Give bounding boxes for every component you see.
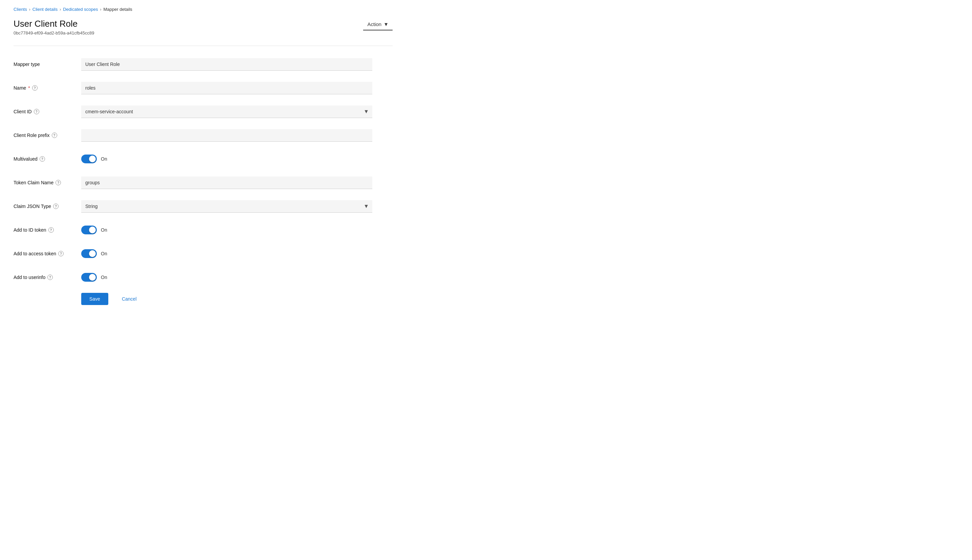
add-to-id-token-field-col: On <box>81 225 372 234</box>
multivalued-slider <box>81 155 97 163</box>
name-help-icon[interactable]: ? <box>32 85 38 91</box>
multivalued-toggle-container: On <box>81 155 372 163</box>
mapper-type-row: Mapper type <box>13 56 372 72</box>
add-to-userinfo-label: Add to userinfo <box>13 275 45 280</box>
token-claim-name-row: Token Claim Name ? <box>13 175 372 191</box>
add-to-access-token-slider <box>81 249 97 258</box>
breadcrumb-clients[interactable]: Clients <box>13 7 27 12</box>
add-to-userinfo-toggle[interactable] <box>81 273 97 282</box>
breadcrumb: Clients › Client details › Dedicated sco… <box>13 7 392 12</box>
add-to-id-token-toggle[interactable] <box>81 225 97 234</box>
name-field-col <box>81 82 372 94</box>
add-to-userinfo-help-icon[interactable]: ? <box>47 275 53 280</box>
add-to-access-token-field-col: On <box>81 249 372 258</box>
multivalued-label: Multivalued <box>13 156 38 162</box>
breadcrumb-sep-1: › <box>29 7 30 12</box>
add-to-id-token-help-icon[interactable]: ? <box>48 227 54 233</box>
client-id-row: Client ID ? cmem-service-account ▼ <box>13 103 372 120</box>
client-id-label-col: Client ID ? <box>13 109 81 114</box>
client-id-field-col: cmem-service-account ▼ <box>81 105 372 118</box>
claim-json-type-label: Claim JSON Type <box>13 203 51 209</box>
client-id-select[interactable]: cmem-service-account <box>81 105 372 118</box>
name-input[interactable] <box>81 82 372 94</box>
claim-json-type-row: Claim JSON Type ? String long int boolea… <box>13 198 372 214</box>
client-id-label: Client ID <box>13 109 32 114</box>
add-to-id-token-label: Add to ID token <box>13 227 46 233</box>
client-role-prefix-help-icon[interactable]: ? <box>52 133 57 138</box>
name-row: Name * ? <box>13 80 372 96</box>
mapper-type-field-col <box>81 58 372 71</box>
add-to-id-token-toggle-container: On <box>81 225 372 234</box>
client-id-help-icon[interactable]: ? <box>34 109 39 114</box>
claim-json-type-select[interactable]: String long int boolean JSON <box>81 200 372 213</box>
add-to-id-token-on-label: On <box>101 227 107 233</box>
breadcrumb-mapper-details: Mapper details <box>104 7 132 12</box>
token-claim-name-field-col <box>81 177 372 189</box>
button-row: Save Cancel <box>81 293 372 305</box>
page-header: User Client Role 0bc77849-ef09-4ad2-b59a… <box>13 18 392 35</box>
name-label-col: Name * ? <box>13 85 81 91</box>
add-to-userinfo-toggle-container: On <box>81 273 372 282</box>
header-divider <box>13 46 392 46</box>
add-to-id-token-label-col: Add to ID token ? <box>13 227 81 233</box>
add-to-userinfo-label-col: Add to userinfo ? <box>13 275 81 280</box>
name-required: * <box>28 85 30 91</box>
add-to-access-token-toggle-container: On <box>81 249 372 258</box>
add-to-userinfo-field-col: On <box>81 273 372 282</box>
save-button[interactable]: Save <box>81 293 108 305</box>
multivalued-toggle[interactable] <box>81 155 97 163</box>
add-to-userinfo-on-label: On <box>101 275 107 280</box>
client-role-prefix-field-col <box>81 129 372 142</box>
action-button[interactable]: Action ▼ <box>363 18 392 30</box>
claim-json-type-field-col: String long int boolean JSON ▼ <box>81 200 372 213</box>
name-label: Name <box>13 85 26 91</box>
page-subtitle: 0bc77849-ef09-4ad2-b59a-a41cfb45cc89 <box>13 30 94 35</box>
add-to-access-token-help-icon[interactable]: ? <box>58 251 63 256</box>
mapper-type-label: Mapper type <box>13 62 40 67</box>
token-claim-name-help-icon[interactable]: ? <box>55 180 61 185</box>
add-to-access-token-row: Add to access token ? On <box>13 245 372 262</box>
mapper-type-label-col: Mapper type <box>13 62 81 67</box>
add-to-access-token-toggle[interactable] <box>81 249 97 258</box>
client-id-select-wrapper: cmem-service-account ▼ <box>81 105 372 118</box>
client-role-prefix-input[interactable] <box>81 129 372 142</box>
token-claim-name-label: Token Claim Name <box>13 180 53 185</box>
claim-json-type-label-col: Claim JSON Type ? <box>13 203 81 209</box>
add-to-userinfo-row: Add to userinfo ? On <box>13 269 372 285</box>
add-to-id-token-row: Add to ID token ? On <box>13 222 372 238</box>
client-role-prefix-row: Client Role prefix ? <box>13 127 372 143</box>
action-dropdown-icon: ▼ <box>384 21 389 27</box>
add-to-access-token-on-label: On <box>101 251 107 256</box>
page-title: User Client Role <box>13 18 94 29</box>
breadcrumb-dedicated-scopes[interactable]: Dedicated scopes <box>63 7 98 12</box>
cancel-button[interactable]: Cancel <box>114 293 145 305</box>
client-role-prefix-label-col: Client Role prefix ? <box>13 133 81 138</box>
add-to-id-token-slider <box>81 225 97 234</box>
multivalued-label-col: Multivalued ? <box>13 156 81 162</box>
token-claim-name-input[interactable] <box>81 177 372 189</box>
breadcrumb-client-details[interactable]: Client details <box>32 7 58 12</box>
claim-json-type-help-icon[interactable]: ? <box>53 203 58 209</box>
client-role-prefix-label: Client Role prefix <box>13 133 50 138</box>
multivalued-on-label: On <box>101 156 107 162</box>
breadcrumb-sep-2: › <box>60 7 61 12</box>
add-to-access-token-label-col: Add to access token ? <box>13 251 81 256</box>
multivalued-field-col: On <box>81 155 372 163</box>
multivalued-row: Multivalued ? On <box>13 151 372 167</box>
breadcrumb-sep-3: › <box>100 7 102 12</box>
claim-json-type-select-wrapper: String long int boolean JSON ▼ <box>81 200 372 213</box>
action-button-label: Action <box>367 21 381 27</box>
add-to-access-token-label: Add to access token <box>13 251 56 256</box>
form-container: Mapper type Name * ? Client ID ? <box>13 56 372 305</box>
add-to-userinfo-slider <box>81 273 97 282</box>
token-claim-name-label-col: Token Claim Name ? <box>13 180 81 185</box>
title-block: User Client Role 0bc77849-ef09-4ad2-b59a… <box>13 18 94 35</box>
multivalued-help-icon[interactable]: ? <box>40 156 45 162</box>
mapper-type-input[interactable] <box>81 58 372 71</box>
